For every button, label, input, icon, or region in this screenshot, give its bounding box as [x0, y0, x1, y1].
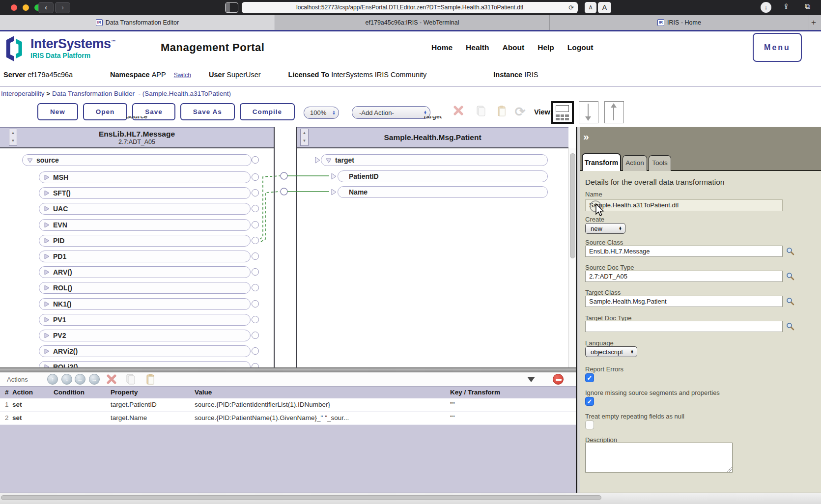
node-connector[interactable]	[252, 363, 259, 367]
target-class-input[interactable]: Sample.Health.Msg.Patient	[585, 296, 783, 307]
node-connector[interactable]	[252, 300, 259, 308]
tab-action[interactable]: Action	[623, 155, 647, 171]
nav-link-home[interactable]: Home	[431, 43, 453, 52]
address-bar[interactable]: localhost:52773/csp/app/EnsPortal.DTLEdi…	[242, 2, 578, 13]
view-maximize-bottom-button[interactable]	[579, 101, 598, 123]
node-connector[interactable]	[252, 268, 259, 276]
tab-webterminal[interactable]: ef179a45c96a:IRIS - WebTerminal	[275, 15, 550, 30]
new-tab-button[interactable]: +	[809, 15, 821, 30]
source-node-evn[interactable]: EVN	[39, 219, 251, 231]
minimize-window-button[interactable]	[23, 4, 29, 11]
nav-link-help[interactable]: Help	[538, 43, 554, 52]
checkbox-checked[interactable]: ✓	[585, 397, 594, 406]
source-node-sft[interactable]: SFT()	[39, 187, 251, 199]
source-class-search-icon[interactable]	[786, 247, 794, 255]
collapsed-triangle-icon[interactable]	[43, 348, 50, 355]
source-node-pv1[interactable]: PV1	[39, 314, 251, 326]
new-button[interactable]: New	[37, 103, 78, 120]
target-node-patientid[interactable]: PatientID	[338, 170, 548, 182]
move-up-icon[interactable]: ↑	[47, 374, 58, 385]
source-node-msh[interactable]: MSH	[39, 171, 251, 183]
node-connector[interactable]	[252, 173, 259, 181]
expanded-triangle-icon[interactable]	[27, 157, 33, 164]
collapsed-triangle-icon[interactable]	[43, 364, 50, 367]
node-connector[interactable]	[252, 332, 259, 339]
collapsed-triangle-icon[interactable]	[43, 222, 50, 228]
source-node-nk1[interactable]: NK1()	[39, 298, 251, 310]
view-split-button[interactable]	[551, 101, 574, 124]
action-table-row[interactable]: 2settarget.Namesource.{PID:PatientName(1…	[0, 412, 576, 425]
breadcrumb-dt-builder[interactable]: Data Transformation Builder	[52, 90, 135, 97]
remove-icon[interactable]	[553, 374, 564, 385]
source-node-arvi2[interactable]: ARVi2()	[39, 345, 251, 357]
paste-action-icon[interactable]	[145, 373, 156, 385]
description-textarea[interactable]	[585, 443, 733, 473]
move-left-icon[interactable]: ←	[75, 374, 85, 385]
collapsed-triangle-icon[interactable]	[43, 237, 50, 244]
expanded-triangle-icon[interactable]	[325, 157, 332, 164]
paste-icon[interactable]	[496, 105, 507, 117]
scrollbar-thumb[interactable]	[570, 153, 575, 258]
source-node-pid[interactable]: PID	[39, 235, 251, 247]
horizontal-scrollbar-thumb[interactable]	[1, 495, 601, 500]
node-connector[interactable]	[252, 316, 259, 323]
horizontal-splitter[interactable]	[0, 367, 576, 372]
compile-button[interactable]: Compile	[240, 103, 295, 120]
target-root-node[interactable]: target	[321, 154, 548, 166]
nav-link-logout[interactable]: Logout	[567, 43, 594, 52]
target-doc-type-input[interactable]	[585, 321, 783, 332]
source-class-input[interactable]: EnsLib.HL7.Message	[585, 246, 783, 257]
nav-link-about[interactable]: About	[502, 43, 524, 52]
move-down-icon[interactable]: ↓	[61, 374, 72, 385]
breadcrumb-interoperability[interactable]: Interoperability	[1, 90, 45, 97]
node-connector[interactable]	[252, 284, 259, 291]
switch-namespace-link[interactable]: Switch	[174, 72, 191, 79]
back-button[interactable]: ‹	[38, 2, 54, 13]
source-node-roli2[interactable]: ROLi2()	[39, 361, 251, 367]
source-node-uac[interactable]: UAC	[39, 203, 251, 215]
target-doc-type-search-icon[interactable]	[786, 322, 794, 331]
menu-button[interactable]: Menu	[753, 33, 802, 62]
copy-icon[interactable]	[476, 105, 486, 117]
language-select[interactable]: objectscript▲▼	[585, 346, 637, 357]
source-node-pv2[interactable]: PV2	[39, 330, 251, 341]
source-node-pd1[interactable]: PD1	[39, 251, 251, 262]
copy-action-icon[interactable]	[125, 373, 136, 385]
decrease-font-button[interactable]: A	[585, 2, 596, 13]
zoom-select[interactable]: 100%▲▼	[304, 107, 339, 119]
delete-action-icon[interactable]	[106, 374, 117, 385]
downloads-icon[interactable]: ↓	[761, 2, 771, 13]
nav-link-health[interactable]: Health	[466, 43, 489, 52]
move-right-icon[interactable]: →	[89, 374, 100, 385]
forward-button[interactable]: ›	[55, 2, 70, 13]
collapse-actions-icon[interactable]	[527, 377, 535, 382]
target-node-name[interactable]: Name	[338, 186, 548, 198]
source-doc-type-search-icon[interactable]	[786, 272, 794, 280]
tab-transform[interactable]: Transform	[582, 153, 621, 171]
node-connector[interactable]	[252, 205, 259, 212]
source-pane-scroll-control[interactable]: ▲▼	[9, 129, 17, 146]
collapse-panel-icon[interactable]: »	[583, 131, 589, 142]
collapsed-triangle-icon[interactable]	[43, 332, 50, 339]
collapsed-triangle-icon[interactable]	[43, 174, 50, 181]
save-as-button[interactable]: Save As	[180, 103, 235, 120]
collapsed-triangle-icon[interactable]	[43, 284, 50, 291]
source-node-arv[interactable]: ARV()	[39, 266, 251, 278]
source-node-rol[interactable]: ROL()	[39, 282, 251, 294]
view-maximize-top-button[interactable]	[604, 101, 624, 123]
delete-icon[interactable]	[453, 105, 464, 116]
source-root-node[interactable]: source	[22, 154, 252, 166]
node-connector[interactable]	[252, 189, 259, 196]
tab-iris-home[interactable]: IR IRIS - Home	[550, 15, 809, 30]
checkbox-checked[interactable]: ✓	[585, 373, 594, 382]
increase-font-button[interactable]: A	[598, 2, 611, 13]
sidebar-toggle-icon[interactable]	[225, 2, 238, 13]
source-doc-type-input[interactable]: 2.7:ADT_A05	[585, 271, 783, 282]
undo-icon[interactable]: ⟲	[515, 104, 526, 119]
tab-tools[interactable]: Tools	[649, 155, 671, 171]
target-pane-scroll-control[interactable]: ▲▼	[300, 129, 309, 146]
tab-overview-icon[interactable]: ⧉	[805, 2, 810, 11]
diagram-scrollbar[interactable]	[568, 148, 576, 367]
target-class-search-icon[interactable]	[786, 297, 794, 306]
create-select[interactable]: new▲▼	[585, 223, 625, 234]
